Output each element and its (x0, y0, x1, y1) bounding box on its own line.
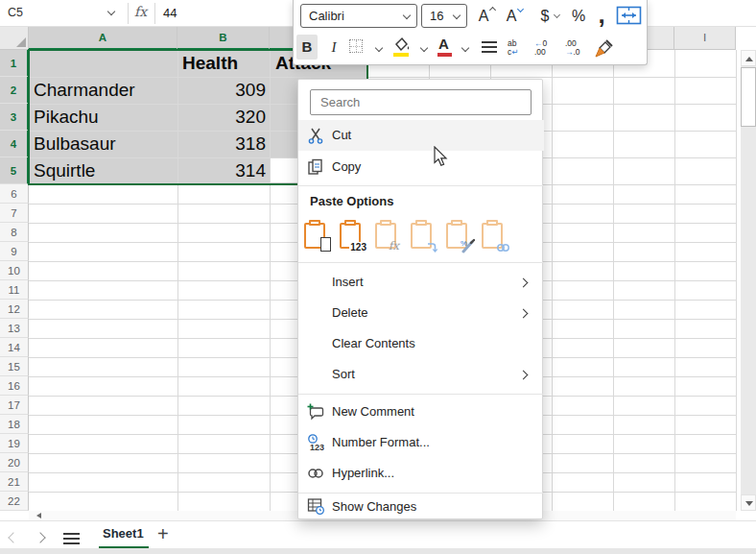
increase-decimal-button[interactable]: .00→.0 (565, 39, 580, 57)
menu-item-show-changes[interactable]: Show Changes (298, 493, 544, 520)
row-header-9[interactable]: 9 (0, 242, 29, 261)
name-box[interactable]: C5 (8, 0, 23, 26)
menu-item-hyperlink[interactable]: Hyperlink... (298, 458, 544, 489)
all-sheets-menu-icon[interactable] (63, 533, 80, 547)
add-sheet-button[interactable]: + (157, 521, 169, 548)
vertical-scrollbar-thumb[interactable] (741, 67, 756, 127)
row-header-19[interactable]: 19 (0, 434, 29, 453)
new-comment-icon (307, 403, 324, 421)
menu-item-cut[interactable]: Cut (298, 120, 544, 151)
font-color-chevron-icon[interactable] (461, 44, 469, 52)
row-header-5[interactable]: 5 (0, 157, 29, 184)
row-header-17[interactable]: 17 (0, 396, 29, 415)
row-header-20[interactable]: 20 (0, 453, 29, 472)
menu-divider (298, 262, 544, 263)
row-header-15[interactable]: 15 (0, 357, 29, 376)
paste-formatting-icon[interactable]: % (446, 220, 471, 251)
formula-input[interactable]: 44 (163, 0, 177, 26)
arrow-down-icon (745, 501, 753, 506)
row-header-22[interactable]: 22 (0, 492, 29, 511)
wrap-text-button[interactable]: abc↵ (508, 39, 518, 57)
column-header-b[interactable]: B (177, 27, 270, 50)
select-all-corner[interactable] (0, 27, 29, 50)
prev-sheet-chevron-icon[interactable] (8, 532, 18, 542)
format-painter-button[interactable] (594, 37, 615, 62)
row-header-10[interactable]: 10 (0, 261, 29, 280)
gridline (736, 50, 737, 511)
excel-web-app: C5 fx 44 ABCDEFGHI1234567891011121314151… (0, 0, 756, 554)
row-header-1[interactable]: 1 (0, 50, 29, 77)
row-header-6[interactable]: 6 (0, 184, 29, 204)
paste-transpose-icon[interactable] (411, 220, 436, 251)
cell-a5[interactable]: Squirtle (34, 157, 95, 184)
merge-cells-button[interactable] (615, 6, 642, 29)
menu-item-clear-contents[interactable]: Clear Contents (298, 328, 544, 359)
row-header-16[interactable]: 16 (0, 376, 29, 396)
next-sheet-chevron-icon[interactable] (35, 532, 45, 542)
borders-chevron-icon[interactable] (375, 44, 383, 52)
row-header-14[interactable]: 14 (0, 338, 29, 357)
paste-values-icon[interactable]: 123 (340, 220, 365, 251)
name-box-chevron-down-icon[interactable] (107, 8, 115, 15)
row-header-8[interactable]: 8 (0, 223, 29, 242)
row-header-4[interactable]: 4 (0, 131, 29, 157)
row-header-18[interactable]: 18 (0, 415, 29, 434)
hyperlink-icon (307, 465, 324, 482)
fill-color-button[interactable] (393, 36, 411, 56)
row-header-3[interactable]: 3 (0, 104, 29, 131)
cell-b2[interactable]: 309 (177, 77, 266, 104)
cell-b3[interactable]: 320 (177, 104, 266, 131)
scroll-up-button[interactable] (741, 50, 756, 66)
paste-keep-source-formatting-icon[interactable] (304, 220, 329, 251)
column-header-a[interactable]: A (29, 27, 177, 50)
menu-item-delete[interactable]: Delete (298, 298, 544, 328)
sheet-tab-sheet1[interactable]: Sheet1 (103, 521, 144, 546)
arrow-left-icon (36, 513, 41, 518)
divider (154, 3, 155, 24)
cell-a3[interactable]: Pikachu (34, 104, 99, 131)
increase-font-size-button[interactable]: A (471, 4, 496, 29)
percent-style-button[interactable]: % (566, 4, 591, 29)
row-header-12[interactable]: 12 (0, 300, 29, 319)
search-input[interactable] (310, 89, 532, 115)
menu-item-sort[interactable]: Sort (298, 359, 544, 390)
fill-color-icon (393, 36, 411, 52)
vertical-scrollbar[interactable] (741, 50, 756, 511)
menu-item-number-format[interactable]: 123 Number Format... (298, 427, 544, 458)
paste-link-icon[interactable] (482, 220, 507, 251)
bold-button[interactable]: B (296, 35, 318, 60)
font-name-dropdown[interactable]: Calibri (300, 4, 417, 28)
row-header-7[interactable]: 7 (0, 204, 29, 223)
accounting-format-button[interactable]: $ (530, 4, 560, 29)
borders-icon[interactable] (349, 39, 363, 53)
font-color-red-bar (437, 53, 452, 57)
row-header-11[interactable]: 11 (0, 280, 29, 300)
menu-item-copy[interactable]: Copy (298, 152, 544, 182)
submenu-chevron-icon (519, 371, 529, 380)
chevron-down-icon (453, 12, 461, 19)
decrease-font-size-button[interactable]: A (499, 4, 524, 29)
mini-format-toolbar: Calibri 16 A A $ % , B I (293, 0, 648, 65)
fx-icon: fx (134, 4, 147, 19)
format-painter-icon (594, 37, 615, 59)
cell-a2[interactable]: Charmander (34, 77, 135, 104)
menu-item-new-comment[interactable]: New Comment (298, 397, 544, 427)
cell-b1[interactable]: Health (182, 50, 238, 77)
decrease-decimal-button[interactable]: ←0.00 (534, 39, 547, 57)
row-header-21[interactable]: 21 (0, 472, 29, 492)
scroll-down-button[interactable] (741, 494, 756, 511)
cell-b4[interactable]: 318 (177, 131, 266, 157)
font-size-dropdown[interactable]: 16 (421, 4, 467, 28)
menu-item-insert[interactable]: Insert (298, 267, 544, 298)
column-header-i[interactable]: I (674, 27, 736, 50)
italic-button[interactable]: I (325, 35, 343, 60)
comma-style-button[interactable]: , (594, 0, 609, 29)
row-header-13[interactable]: 13 (0, 319, 29, 338)
row-header-2[interactable]: 2 (0, 77, 29, 104)
fill-color-chevron-icon[interactable] (420, 44, 428, 52)
cell-a4[interactable]: Bulbasaur (34, 131, 116, 157)
submenu-chevron-icon (519, 309, 529, 319)
alignment-button[interactable] (482, 41, 497, 53)
cell-b5[interactable]: 314 (177, 157, 266, 184)
font-color-button[interactable]: A (438, 36, 449, 52)
